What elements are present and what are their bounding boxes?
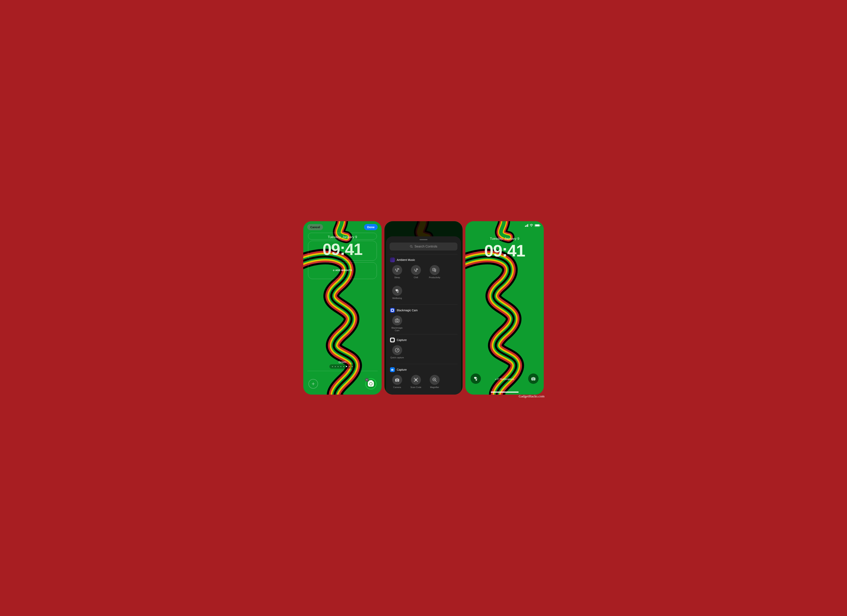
- svg-point-31: [531, 226, 531, 227]
- control-label: Blackmagic Cam: [390, 327, 404, 332]
- chill-music-icon: [413, 267, 419, 273]
- camera-icon: [368, 381, 374, 387]
- add-widgets-label[interactable]: ADD WIDGETS: [303, 269, 382, 272]
- control-label: Scan Code: [410, 386, 421, 391]
- blackmagic-cam-app-icon: [390, 308, 395, 313]
- camera-icon: [395, 377, 400, 382]
- camera-outline-icon: [395, 318, 400, 323]
- control-magnifier[interactable]: Magnifier: [428, 375, 442, 391]
- control-label: Chill: [414, 276, 418, 281]
- productivity-music-icon: [432, 267, 437, 273]
- svg-point-2: [410, 245, 412, 247]
- lock-date: Tuesday, January 9: [465, 237, 544, 241]
- svg-rect-5: [395, 319, 399, 322]
- control-chill[interactable]: Chill: [409, 265, 423, 281]
- cellular-signal-icon: [525, 224, 528, 227]
- capture-camera-app-icon: [390, 367, 395, 372]
- watermark: GadgetHacks.com: [519, 394, 544, 398]
- control-blackmagic-cam[interactable]: Blackmagic Cam: [390, 315, 404, 332]
- control-label: Quick capture: [390, 356, 404, 361]
- control-quick-capture[interactable]: Quick capture: [390, 345, 404, 361]
- phone-lockscreen-edit: Cancel Done Tuesday, January 9 09:41 ADD…: [303, 221, 382, 395]
- add-quick-action-button[interactable]: +: [308, 379, 318, 389]
- qr-scan-icon: [413, 377, 419, 382]
- ambient-music-app-icon: [390, 258, 395, 262]
- done-button[interactable]: Done: [364, 224, 378, 230]
- svg-rect-14: [416, 379, 417, 380]
- phone-lockscreen-final: Tuesday, January 9 09:41 27 Notification…: [465, 221, 544, 395]
- quick-action-camera-edit[interactable]: –: [365, 378, 376, 389]
- quick-capture-icon: [395, 348, 400, 353]
- svg-point-9: [392, 370, 393, 370]
- section-blackmagic-cam: Blackmagic Cam Blackmagic Cam: [390, 305, 457, 334]
- svg-line-3: [412, 247, 413, 248]
- control-label: Sleep: [394, 276, 400, 281]
- control-label: Camera: [393, 386, 401, 391]
- quick-action-camera[interactable]: [528, 373, 539, 384]
- camera-icon: [531, 376, 536, 381]
- wallpaper-color-name: Green: [303, 361, 382, 364]
- section-title: Blackmagic Cam: [397, 309, 418, 312]
- magnifier-plus-icon: [432, 377, 437, 382]
- control-label: Productivity: [429, 276, 440, 281]
- section-capture-quick: Capture Quick capture: [390, 334, 457, 364]
- section-ambient-music: Ambient Music Sleep Chill Productivity: [390, 254, 457, 305]
- control-scan-code[interactable]: Scan Code: [409, 375, 423, 391]
- lock-time: 09:41: [465, 241, 544, 261]
- battery-icon: [534, 224, 540, 227]
- search-icon: [410, 245, 413, 248]
- svg-rect-10: [392, 369, 393, 369]
- page-dots[interactable]: [329, 364, 355, 369]
- home-indicator[interactable]: [491, 392, 519, 393]
- search-controls-field[interactable]: Search Controls: [390, 243, 457, 251]
- svg-point-6: [396, 320, 398, 322]
- remove-icon[interactable]: –: [365, 378, 369, 382]
- control-label: Magnifier: [430, 386, 439, 391]
- control-sleep[interactable]: Sleep: [390, 265, 404, 281]
- controls-panel: Search Controls Ambient Music Sleep Chil…: [386, 236, 461, 395]
- divider: [307, 371, 378, 371]
- cancel-button[interactable]: Cancel: [307, 224, 323, 230]
- wellbeing-music-icon: [395, 288, 400, 293]
- lock-time[interactable]: 09:41: [303, 240, 382, 259]
- section-title: Capture: [397, 368, 407, 371]
- control-wellbeing[interactable]: Wellbeing: [390, 286, 404, 302]
- control-label: Wellbeing: [393, 297, 402, 302]
- section-capture: Capture Camera Scan Code Magnifier: [390, 364, 457, 395]
- control-camera[interactable]: Camera: [390, 375, 404, 391]
- svg-rect-4: [433, 268, 435, 271]
- svg-rect-15: [415, 380, 416, 381]
- section-title: Capture: [397, 338, 407, 342]
- svg-line-18: [435, 381, 437, 382]
- sleep-music-icon: [395, 267, 400, 273]
- lock-date[interactable]: Tuesday, January 9: [303, 235, 382, 239]
- capture-app-icon: [390, 337, 395, 342]
- control-productivity[interactable]: Productivity: [428, 265, 442, 281]
- grabber[interactable]: [419, 239, 428, 240]
- section-title: Ambient Music: [397, 258, 415, 261]
- svg-rect-13: [415, 379, 416, 380]
- phone-controls-gallery: Search Controls Ambient Music Sleep Chil…: [384, 221, 463, 395]
- status-bar: [525, 224, 540, 227]
- svg-rect-16: [416, 380, 417, 381]
- wifi-icon: [530, 224, 533, 227]
- search-placeholder: Search Controls: [415, 245, 437, 248]
